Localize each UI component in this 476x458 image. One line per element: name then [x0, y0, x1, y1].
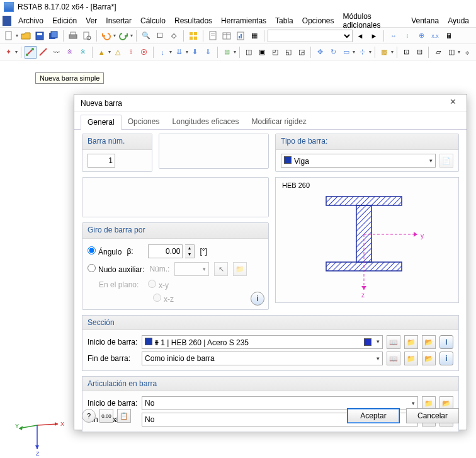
gen-1-icon[interactable]: ⊞ — [221, 46, 233, 59]
ok-button[interactable]: Aceptar — [347, 408, 400, 423]
select-poly-icon[interactable]: ◇ — [167, 30, 180, 42]
support-2-icon[interactable]: △ — [112, 46, 124, 59]
tool-b-icon[interactable]: ⊟ — [414, 46, 426, 59]
save-all-icon[interactable] — [47, 30, 60, 42]
rotate-view-icon[interactable]: ↻ — [327, 46, 339, 59]
view-plane-icon[interactable]: ▭ — [341, 46, 353, 59]
input-beta[interactable] — [148, 244, 183, 258]
radio-angulo[interactable]: Ángulo — [88, 246, 122, 256]
combo-seccion-fin[interactable]: Como inicio de barra▾ — [142, 352, 383, 365]
tab-general[interactable]: General — [81, 115, 122, 130]
shape-3-icon[interactable]: ⟐ — [462, 46, 473, 59]
menu-opciones[interactable]: Opciones — [298, 15, 339, 26]
new-node-icon[interactable]: 📁 — [233, 262, 247, 276]
table-view-icon[interactable] — [220, 30, 233, 42]
node-icon[interactable]: ✦ — [3, 46, 14, 59]
document-icon[interactable] — [207, 30, 219, 42]
menu-archivo[interactable]: Archivo — [14, 15, 48, 26]
load-4-icon[interactable]: ⇓ — [202, 46, 214, 59]
info-giro-icon[interactable]: i — [251, 292, 264, 306]
calc-icon[interactable]: 🖩 — [443, 30, 455, 42]
load-2-icon[interactable]: ⇊ — [173, 46, 185, 59]
help-icon[interactable]: ? — [82, 409, 96, 423]
view-iso-icon[interactable]: ◫ — [243, 46, 255, 59]
scale-icon[interactable]: x.x — [429, 30, 441, 42]
load-case-combo[interactable] — [268, 30, 353, 42]
release-icon[interactable]: ⟟ — [125, 46, 137, 59]
combo-nudo-num[interactable]: ▾ — [174, 262, 209, 276]
input-barra-num[interactable] — [88, 154, 115, 168]
redo-icon[interactable] — [117, 30, 130, 42]
radio-nudo[interactable]: Nudo auxiliar: — [88, 264, 144, 274]
load-1-icon[interactable]: ↓ — [157, 46, 169, 59]
move-icon[interactable]: ✥ — [314, 46, 326, 59]
coord-icon[interactable]: ⊕ — [415, 30, 428, 42]
tab-longitudes[interactable]: Longitudes eficaces — [166, 115, 245, 129]
pick-node-icon[interactable]: ↖ — [214, 262, 228, 276]
render-icon[interactable]: ▩ — [378, 46, 390, 59]
dialog-footer: ? 0.00 📋 Aceptar Cancelar — [82, 408, 459, 423]
tab-rigidez[interactable]: Modificar rigidez — [245, 115, 312, 129]
lib-fin-icon[interactable]: 📖 — [387, 352, 400, 365]
combo-seccion-inicio[interactable]: Ⲿ 1 | HEB 260 | Acero S 235 ▾ — [142, 335, 383, 349]
menu-tabla[interactable]: Tabla — [271, 15, 298, 26]
info-inicio-icon[interactable]: i — [439, 335, 453, 349]
info-fin-icon[interactable]: i — [439, 352, 453, 365]
open-file-icon[interactable] — [20, 30, 32, 42]
support-1-icon[interactable]: ▲ — [96, 46, 108, 59]
view-top-icon[interactable]: ◲ — [295, 46, 307, 59]
shape-2-icon[interactable]: ◫ — [445, 46, 457, 59]
dialog-title-bar[interactable]: Nueva barra ✕ — [74, 94, 467, 112]
menu-herramientas[interactable]: Herramientas — [217, 15, 271, 26]
new-inicio-icon[interactable]: 📁 — [404, 335, 418, 349]
snap-icon[interactable]: ⊹ — [356, 46, 368, 59]
next-icon[interactable]: ► — [368, 30, 380, 42]
menu-ayuda[interactable]: Ayuda — [443, 15, 473, 26]
lib-inicio-icon[interactable]: 📖 — [387, 335, 400, 349]
mesh-cyan-icon[interactable]: ※ — [77, 46, 89, 59]
grid-icon[interactable] — [187, 30, 200, 42]
view-cube-icon[interactable]: ▣ — [256, 46, 268, 59]
hinge-icon[interactable]: ⦿ — [138, 46, 150, 59]
find-icon[interactable]: 🔍 — [140, 30, 152, 42]
layers-icon[interactable]: ▦ — [248, 30, 261, 42]
pick-icon[interactable]: 📋 — [117, 409, 131, 423]
view-front-icon[interactable]: ◰ — [269, 46, 281, 59]
save-icon[interactable] — [33, 30, 46, 42]
dim-yy-icon[interactable]: ↕ — [401, 30, 414, 42]
new-file-icon[interactable] — [3, 30, 15, 42]
print-preview-icon[interactable] — [81, 30, 93, 42]
menu-edicion[interactable]: Edición — [48, 15, 81, 26]
menu-resultados[interactable]: Resultados — [170, 15, 217, 26]
close-icon[interactable]: ✕ — [445, 97, 460, 110]
svg-rect-7 — [84, 32, 89, 39]
tool-a-icon[interactable]: ⊡ — [400, 46, 412, 59]
new-member-icon[interactable] — [25, 46, 37, 59]
units-icon[interactable]: 0.00 — [99, 409, 113, 423]
menu-insertar[interactable]: Insertar — [101, 15, 136, 26]
select-icon[interactable]: ☐ — [154, 30, 166, 42]
menu-ver[interactable]: Ver — [81, 15, 101, 26]
tab-opciones[interactable]: Opciones — [122, 115, 166, 129]
combo-tipo-barra[interactable]: Viga ▾ — [281, 154, 436, 168]
edit-fin-icon[interactable]: 📂 — [422, 352, 436, 365]
member-icon[interactable] — [38, 46, 50, 59]
new-fin-icon[interactable]: 📁 — [404, 352, 418, 365]
load-3-icon[interactable]: ⬇ — [190, 46, 201, 59]
member-curved-icon[interactable]: 〰 — [50, 46, 62, 59]
results-icon[interactable] — [234, 30, 247, 42]
cancel-button[interactable]: Cancelar — [406, 408, 459, 423]
dim-xx-icon[interactable]: ↔ — [387, 30, 400, 42]
shape-1-icon[interactable]: ▱ — [432, 46, 444, 59]
mdi-icon[interactable] — [3, 16, 11, 26]
view-side-icon[interactable]: ◱ — [282, 46, 294, 59]
mesh-purple-icon[interactable]: ※ — [64, 46, 76, 59]
edit-inicio-icon[interactable]: 📂 — [422, 335, 436, 349]
beta-spinner[interactable]: ▴▾ — [185, 244, 195, 258]
menu-ventana[interactable]: Ventana — [407, 15, 443, 26]
undo-icon[interactable] — [100, 30, 113, 42]
tipo-barra-btn-icon[interactable]: 📄 — [439, 154, 453, 168]
prev-icon[interactable]: ◄ — [354, 30, 366, 42]
print-icon[interactable] — [67, 30, 79, 42]
menu-calculo[interactable]: Cálculo — [136, 15, 170, 26]
